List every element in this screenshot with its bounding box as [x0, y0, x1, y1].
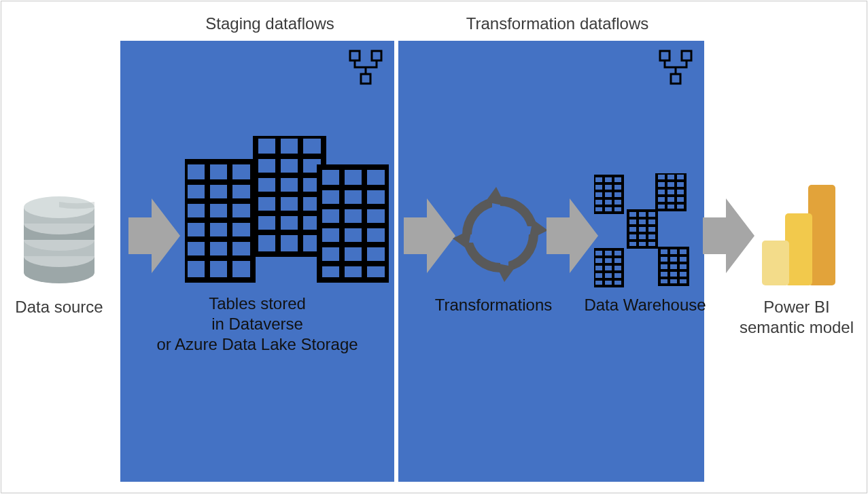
transformations-cycle-icon	[453, 187, 548, 282]
label-transformations: Transformations	[422, 295, 565, 315]
svg-marker-40	[404, 198, 455, 273]
svg-rect-11	[361, 74, 370, 84]
label-tables-stored-line1: Tables stored	[209, 294, 306, 313]
arrow-into-staging-icon	[128, 198, 180, 273]
data-warehouse-tables-icon	[594, 173, 696, 292]
label-tables-stored-line2: in Dataverse	[211, 315, 303, 333]
diagram-frame: Staging dataflows Transformation dataflo…	[1, 1, 867, 493]
svg-rect-38	[682, 51, 691, 60]
arrow-into-transformation-icon	[404, 198, 455, 273]
label-tables-stored: Tables stored in Dataverse or Azure Data…	[120, 294, 394, 355]
svg-marker-81	[703, 198, 754, 273]
database-cylinder-icon	[22, 191, 97, 286]
dataflow-hierarchy-icon	[347, 49, 385, 87]
svg-rect-9	[350, 51, 360, 60]
label-power-bi-line1: Power BI	[763, 298, 829, 316]
svg-rect-84	[762, 241, 789, 285]
panel-transformation-dataflows: Transformations	[398, 41, 704, 482]
power-bi-icon	[759, 185, 841, 287]
panel-staging-dataflows: Tables stored in Dataverse or Azure Data…	[120, 41, 394, 482]
label-power-bi-line2: semantic model	[740, 318, 854, 336]
staging-tables-icon	[185, 136, 389, 285]
title-transformation-dataflows: Transformation dataflows	[428, 14, 687, 34]
label-tables-stored-line3: or Azure Data Lake Storage	[156, 335, 358, 353]
arrow-to-powerbi-icon	[703, 198, 754, 273]
title-staging-dataflows: Staging dataflows	[171, 14, 368, 34]
svg-rect-39	[671, 74, 680, 84]
svg-marker-12	[128, 198, 180, 273]
label-power-bi: Power BI semantic model	[729, 297, 865, 338]
label-data-warehouse: Data Warehouse	[580, 295, 710, 315]
svg-rect-10	[372, 51, 381, 60]
svg-marker-45	[546, 198, 598, 273]
label-data-source: Data source	[12, 297, 107, 317]
dataflow-hierarchy-icon	[657, 49, 695, 87]
arrow-to-warehouse-icon	[546, 198, 598, 273]
svg-rect-37	[660, 51, 670, 60]
